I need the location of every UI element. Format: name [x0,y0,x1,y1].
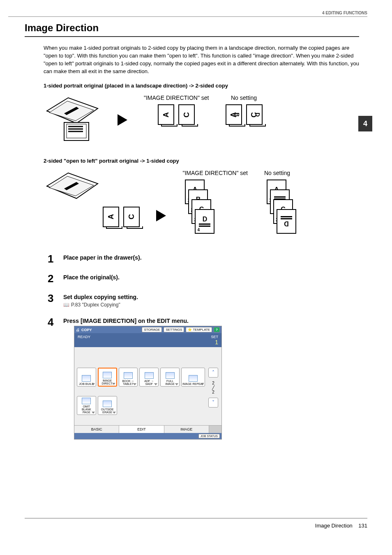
outside-erase-button[interactable]: OUTSIDE ERASE [98,396,117,415]
page-fraction: 2╱ 2 [212,379,214,396]
booklet: A [103,207,119,227]
step-4: 4 Press [IMAGE DIRECTION] on the EDIT me… [48,317,359,440]
chevron-down-icon [113,412,116,414]
booklet: C [123,207,140,227]
diagram1-nosetting-label: No setting [226,94,263,101]
chapter-tab: 4 [358,116,372,131]
image-repeat-icon [189,375,198,382]
status-set: SET 1 [211,335,218,345]
settings-button[interactable]: SETTINGS [164,327,184,332]
job-build-icon [82,375,91,382]
diagram2-heading: 2-sided "open to left" portrait original… [44,158,359,164]
step-number: 4 [48,317,57,440]
sheet-stack: A1 B2 C3 D4 [182,180,207,241]
book-tablet-icon [124,372,133,379]
panel-titlebar: 🖨 COPY STORAGE SETTINGS ⭐ TEMPLATE ? [74,326,221,333]
page-nav: ˄ 2╱ 2 ˅ [208,368,219,423]
chevron-down-icon [201,383,204,385]
step-title: Press [IMAGE DIRECTION] on the EDIT menu… [63,318,222,324]
step-title: Place paper in the drawer(s). [63,254,142,261]
chevron-down-icon [154,383,157,385]
tab-basic[interactable]: BASIC [74,426,119,433]
job-build-button[interactable]: JOB BUILD [77,368,96,387]
footer-page-number: 131 [358,523,367,529]
storage-button[interactable]: STORAGE [142,327,162,332]
step-title: Set duplex copying setting. [63,294,138,300]
image-direction-button[interactable]: IMAGE DIRECT. [98,368,117,387]
adf-sadf-icon [145,372,154,379]
function-grid: JOB BUILD IMAGE DIRECT. BOOK ↔ TABLET AD… [77,368,205,423]
diagram2-nosetting-label: No setting [264,170,290,176]
page-down-button[interactable]: ˅ [208,398,218,408]
diagram1-row: "IMAGE DIRECTION" set A C No setting AB … [44,94,359,145]
full-image-icon [166,372,175,379]
steps-list: 1 Place paper in the drawer(s). 2 Place … [48,253,359,440]
chevron-down-icon [92,383,95,385]
step-1: 1 Place paper in the drawer(s). [48,253,359,264]
panel-body: JOB BUILD IMAGE DIRECT. BOOK ↔ TABLET AD… [74,347,221,425]
help-button[interactable]: ? [214,327,220,332]
job-status-button[interactable]: JOB STATUS [198,434,220,438]
diagram1-set-label: "IMAGE DIRECTION" set [144,94,209,101]
panel-footer: JOB STATUS [74,433,221,439]
header-breadcrumb: 4 EDITING FUNCTIONS [322,11,367,15]
page-up-button[interactable]: ˄ [208,368,218,378]
page-footer: Image Direction 131 [25,518,367,529]
full-image-button[interactable]: FULL IMAGE [160,368,180,387]
tab-image[interactable]: IMAGE [164,426,209,433]
page-content: Image Direction When you make 1-sided po… [25,22,359,449]
omit-blank-page-button[interactable]: OMIT BLANK PAGE [77,396,96,415]
sheet-stack: A1 B C3 D [264,180,289,241]
arrow-icon [118,114,127,126]
app-title: COPY [81,328,92,332]
booklet: CD [246,104,263,125]
tab-edit[interactable]: EDIT [119,426,164,433]
step-title: Place the original(s). [63,274,120,281]
page-title: Image Direction [25,22,359,37]
step-number: 2 [48,273,57,284]
step-number: 1 [48,253,57,264]
device-illustration [44,170,101,219]
footer-label: Image Direction [315,523,353,529]
diagram2-row: A C "IMAGE DIRECTION" set A1 B2 C3 D4 No… [44,170,359,241]
copy-icon: 🖨 [76,328,80,332]
booklet: AB [226,104,242,125]
diagram1-heading: 1-sided portrait original (placed in a l… [44,83,359,89]
step-number: 3 [48,293,57,308]
chevron-down-icon [175,383,178,385]
book-tablet-button[interactable]: BOOK ↔ TABLET [119,368,138,387]
diagram2-set-label: "IMAGE DIRECTION" set [182,170,248,176]
image-direction-icon [103,372,112,378]
step-2: 2 Place the original(s). [48,273,359,284]
step-3: 3 Set duplex copying setting. 📖P.83 "Dup… [48,293,359,308]
status-ready: READY [78,335,90,345]
template-button[interactable]: ⭐ TEMPLATE [186,327,212,332]
image-repeat-button[interactable]: IMAGE REPEAT [181,368,205,387]
arrow-icon [156,210,166,221]
chevron-down-icon [112,383,115,385]
copy-panel: 🖨 COPY STORAGE SETTINGS ⭐ TEMPLATE ? REA… [74,326,222,440]
panel-status: READY SET 1 [74,333,221,347]
booklet: C [178,104,195,125]
header-divider [8,16,367,17]
step-reference: 📖P.83 "Duplex Copying" [63,302,138,308]
panel-tabs: BASIC EDIT IMAGE [74,425,221,433]
outside-erase-icon [103,401,112,407]
device-illustration [44,94,101,144]
chevron-down-icon [133,383,136,385]
booklet: A [158,104,174,125]
chevron-down-icon [92,412,95,414]
book-icon: 📖 [63,302,69,308]
intro-paragraph: When you make 1-sided portrait originals… [44,44,359,75]
adf-sadf-button[interactable]: ADF → SADF [139,368,159,387]
omit-blank-icon [82,398,91,404]
